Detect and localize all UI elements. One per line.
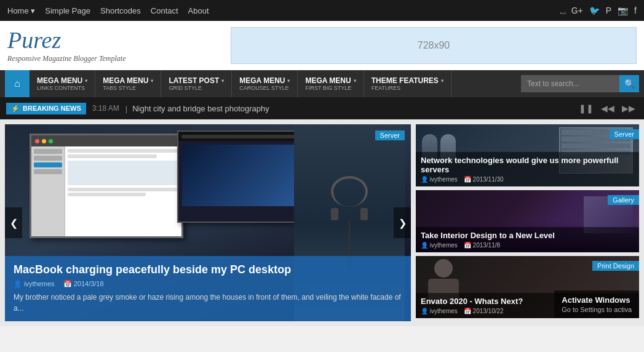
breaking-news-text: Night city and bridge best photography [132, 104, 576, 113]
logo: Purez Responsive Magazine Blogger Templa… [7, 28, 126, 63]
rss-icon[interactable]: ⎵ [560, 6, 565, 15]
card-tag-print: Print Design [592, 261, 639, 271]
nav-mega-menu-firstbig[interactable]: MEGA MENU ▾ FIRST BIG STYLE [298, 70, 364, 97]
slider-next-button[interactable]: ❯ [394, 207, 411, 238]
instagram-icon[interactable]: 📷 [618, 6, 628, 15]
slider-author: 👤 ivythemes [14, 280, 55, 288]
chevron-down-icon: ▾ [151, 78, 153, 84]
pause-button[interactable]: ❚❚ [576, 102, 596, 114]
sidebar-card-print[interactable]: Print Design Envato 2020 - Whats Next? 👤… [416, 256, 639, 318]
card-title-server: Network technologies would give us more … [421, 156, 634, 174]
calendar-icon: 📅 [63, 280, 72, 287]
slider-caption: MacBook charging peacefully beside my PC… [5, 256, 411, 321]
card-tag-gallery: Gallery [608, 195, 639, 205]
sidebar: Server Network technologies would give u… [416, 124, 639, 321]
slider-description: My brother noticed a pale grey smoke or … [14, 292, 402, 314]
breaking-news-controls: ❚❚ ◀◀ ▶▶ [576, 102, 638, 114]
chevron-down-icon: ▾ [287, 78, 290, 84]
home-nav-button[interactable]: ⌂ [5, 70, 30, 97]
social-icons: ⎵ G+ 🐦 P 📷 f [560, 6, 637, 15]
nav-mega-menu-tabs[interactable]: MEGA MENU ▾ TABS STYLE [95, 70, 161, 97]
nav-shortcodes-link[interactable]: Shortcodes [100, 6, 141, 15]
activate-subtitle: Go to Settings to activa [562, 306, 632, 313]
nav-latest-post[interactable]: LATEST POST ▾ GRID STYLE [161, 70, 232, 97]
main-slider: Server ❮ ❯ MacBook charging peacefully b… [5, 124, 411, 321]
bolt-icon: ⚡ [11, 105, 20, 113]
slider-date: 📅 2014/3/18 [63, 280, 104, 288]
chevron-down-icon: ▾ [354, 78, 356, 84]
content-area: Server ❮ ❯ MacBook charging peacefully b… [0, 119, 644, 326]
ad-banner: 728x90 [231, 27, 637, 64]
top-navigation: Home ▾ Simple Page Shortcodes Contact Ab… [0, 0, 644, 21]
site-header: Purez Responsive Magazine Blogger Templa… [0, 21, 644, 70]
logo-title: Purez [7, 28, 126, 52]
breaking-news-time: 3:18 AM [86, 104, 125, 113]
top-nav-links: Home ▾ Simple Page Shortcodes Contact Ab… [7, 6, 209, 15]
slider-tag: Server [375, 130, 405, 140]
nav-simplepage-link[interactable]: Simple Page [45, 6, 90, 15]
card-caption-server: Network technologies would give us more … [416, 152, 639, 186]
slider-meta: 👤 ivythemes 📅 2014/3/18 [14, 280, 402, 288]
pinterest-icon[interactable]: P [606, 6, 611, 15]
main-navigation: ⌂ MEGA MENU ▾ LINKS CONTENTS MEGA MENU ▾… [0, 70, 644, 97]
card-tag-server: Server [610, 129, 639, 139]
logo-subtitle: Responsive Magazine Blogger Template [7, 54, 126, 63]
slider-prev-button[interactable]: ❮ [5, 207, 22, 238]
search-button[interactable]: 🔍 [619, 75, 639, 92]
facebook-icon[interactable]: f [634, 6, 637, 15]
home-icon: ⌂ [14, 78, 20, 89]
nav-theme-features[interactable]: THEME FEATURES ▾ FEATURES [364, 70, 451, 97]
activate-title: Activate Windows [562, 295, 632, 305]
card-meta-server: 👤 ivythemes 📅 2013/11/30 [421, 176, 634, 183]
sidebar-card-gallery[interactable]: Gallery Take Interior Design to a New Le… [416, 190, 639, 252]
person-icon: 👤 [14, 280, 22, 287]
breaking-news-badge: ⚡ BREAKING NEWS [6, 103, 86, 114]
search-bar: 🔍 [521, 75, 639, 92]
card-title-gallery: Take Interior Design to a New Level [421, 231, 634, 240]
chevron-down-icon: ▾ [221, 78, 224, 84]
sidebar-card-server[interactable]: Server Network technologies would give u… [416, 124, 639, 186]
card-meta-gallery: 👤 ivythemes 📅 2013/11/8 [421, 242, 634, 249]
separator: | [125, 104, 127, 113]
google-plus-icon[interactable]: G+ [571, 6, 583, 15]
nav-mega-menu-links[interactable]: MEGA MENU ▾ LINKS CONTENTS [30, 70, 95, 97]
chevron-down-icon: ▾ [441, 78, 443, 84]
next-button[interactable]: ▶▶ [619, 102, 638, 114]
search-input[interactable] [521, 75, 619, 92]
card-caption-gallery: Take Interior Design to a New Level 👤 iv… [416, 227, 639, 252]
activate-windows-overlay: Activate Windows Go to Settings to activ… [554, 290, 639, 318]
nav-about-link[interactable]: About [188, 6, 209, 15]
breaking-news-bar: ⚡ BREAKING NEWS 3:18 AM | Night city and… [0, 97, 644, 119]
prev-button[interactable]: ◀◀ [598, 102, 617, 114]
nav-contact-link[interactable]: Contact [151, 6, 178, 15]
slider-title: MacBook charging peacefully beside my PC… [14, 263, 402, 276]
nav-mega-menu-carousel[interactable]: MEGA MENU ▾ CAROUSEL STYLE [232, 70, 298, 97]
nav-home-link[interactable]: Home ▾ [7, 6, 35, 15]
twitter-icon[interactable]: 🐦 [589, 6, 600, 15]
chevron-down-icon: ▾ [85, 78, 87, 84]
